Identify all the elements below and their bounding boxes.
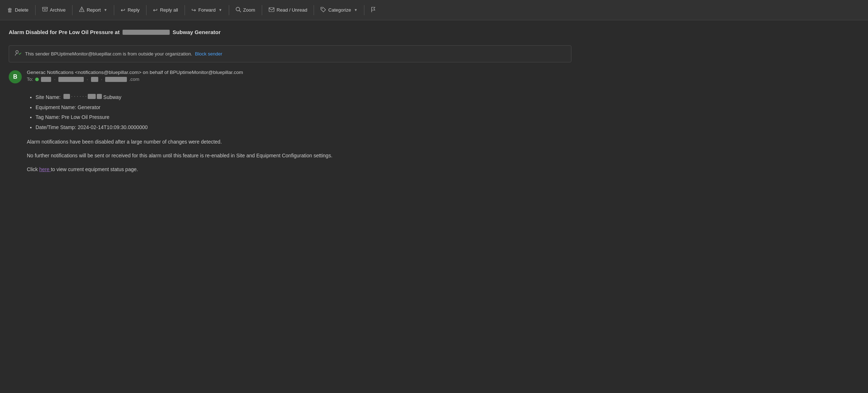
site-name-item: Site Name: · · · · · · Subway xyxy=(36,92,571,102)
site-name-suffix: Subway xyxy=(103,94,121,100)
separator-1 xyxy=(35,5,36,15)
archive-button[interactable]: Archive xyxy=(38,3,70,17)
report-label: Report xyxy=(87,7,101,13)
report-button[interactable]: Report ▼ xyxy=(75,3,112,17)
site-name-label: Site Name: xyxy=(36,94,61,100)
reply-icon: ↩ xyxy=(121,7,125,13)
sender-from-text: Generac Notifications <notifications@blu… xyxy=(27,70,243,75)
svg-point-2 xyxy=(82,11,82,11)
forward-dropdown-arrow: ▼ xyxy=(219,8,222,12)
security-banner: This sender BPUptimeMonitor@bluepillar.c… xyxy=(9,45,571,62)
tag-name-item: Tag Name: Pre Low Oil Pressure xyxy=(36,113,571,122)
sender-details: Generac Notifications <notifications@blu… xyxy=(27,70,243,82)
flag-icon xyxy=(371,7,376,13)
body-paragraph-3: Click here to view current equipment sta… xyxy=(27,165,571,174)
svg-point-8 xyxy=(16,51,18,53)
email-toolbar: 🗑 Delete Archive Report ▼ ↩ Reply xyxy=(0,0,868,20)
to-email-redacted-2 xyxy=(91,77,98,82)
email-body: Site Name: · · · · · · Subway Equipment … xyxy=(9,92,571,174)
archive-label: Archive xyxy=(50,7,66,13)
read-unread-label: Read / Unread xyxy=(277,7,307,13)
forward-label: Forward xyxy=(198,7,216,13)
subject-prefix: Alarm Disabled for Pre Low Oil Pressure … xyxy=(9,29,120,35)
paragraph-3-suffix: to view current equipment status page. xyxy=(51,166,138,172)
sender-section: B Generac Notifications <notifications@b… xyxy=(9,70,571,83)
report-dropdown-arrow: ▼ xyxy=(104,8,107,12)
security-icon xyxy=(14,49,21,58)
delete-button[interactable]: 🗑 Delete xyxy=(3,3,33,17)
security-banner-message: This sender BPUptimeMonitor@bluepillar.c… xyxy=(25,51,192,57)
svg-point-3 xyxy=(236,7,240,11)
flag-button[interactable] xyxy=(367,3,380,17)
categorize-dropdown-arrow: ▼ xyxy=(354,8,357,12)
read-unread-icon xyxy=(269,7,274,13)
delete-label: Delete xyxy=(15,7,29,13)
equipment-name-text: Equipment Name: Generator xyxy=(36,104,100,110)
svg-rect-5 xyxy=(269,8,274,12)
block-sender-link[interactable]: Block sender xyxy=(195,51,222,57)
here-link[interactable]: here xyxy=(39,166,51,172)
paragraph-1-text: Alarm notifications have been disabled a… xyxy=(27,139,222,145)
to-separator3: · xyxy=(101,76,103,82)
separator-2 xyxy=(72,5,73,15)
zoom-icon xyxy=(236,7,241,13)
sender-to: To: · · · .com xyxy=(27,76,243,82)
reply-all-label: Reply all xyxy=(160,7,178,13)
avatar-letter: B xyxy=(13,74,17,80)
categorize-label: Categorize xyxy=(328,7,351,13)
report-icon xyxy=(79,7,84,13)
to-email-redacted-3 xyxy=(105,77,127,82)
categorize-icon xyxy=(321,7,326,13)
tag-name-text: Tag Name: Pre Low Oil Pressure xyxy=(36,114,109,120)
email-subject: Alarm Disabled for Pre Low Oil Pressure … xyxy=(9,26,571,38)
datetime-text: Date/Time Stamp: 2024-02-14T10:09:30.000… xyxy=(36,124,148,130)
separator-4 xyxy=(146,5,146,15)
reply-label: Reply xyxy=(128,7,140,13)
paragraph-3-prefix: Click xyxy=(27,166,38,172)
to-label: To: xyxy=(27,76,33,82)
paragraph-2-text: No further notifications will be sent or… xyxy=(27,153,332,158)
zoom-label: Zoom xyxy=(243,7,255,13)
here-link-text: here xyxy=(39,166,49,172)
delete-icon: 🗑 xyxy=(7,7,13,13)
to-separator: · xyxy=(54,76,55,82)
equipment-name-item: Equipment Name: Generator xyxy=(36,103,571,112)
separator-9 xyxy=(364,5,364,15)
sender-from: Generac Notifications <notifications@blu… xyxy=(27,70,243,75)
forward-icon: ↪ xyxy=(191,7,196,13)
reply-button[interactable]: ↩ Reply xyxy=(116,3,144,17)
to-suffix: .com xyxy=(129,76,139,82)
body-paragraph-2: No further notifications will be sent or… xyxy=(27,152,571,160)
zoom-button[interactable]: Zoom xyxy=(231,3,260,17)
reply-all-icon: ↩ xyxy=(153,7,158,13)
datetime-item: Date/Time Stamp: 2024-02-14T10:09:30.000… xyxy=(36,123,571,132)
svg-line-4 xyxy=(239,11,241,12)
subject-redacted xyxy=(123,30,170,35)
to-email-redacted-1 xyxy=(58,77,84,82)
separator-5 xyxy=(185,5,185,15)
separator-6 xyxy=(229,5,229,15)
reply-all-button[interactable]: ↩ Reply all xyxy=(149,3,182,17)
sender-avatar: B xyxy=(9,70,22,83)
sender-status-dot xyxy=(35,78,39,81)
site-name-redacted-1 xyxy=(63,94,70,99)
subject-suffix: Subway Generator xyxy=(173,29,221,35)
separator-8 xyxy=(314,5,314,15)
body-list: Site Name: · · · · · · Subway Equipment … xyxy=(27,92,571,132)
site-name-redacted-3 xyxy=(97,94,102,99)
to-name-redacted xyxy=(41,77,51,82)
body-paragraph-1: Alarm notifications have been disabled a… xyxy=(27,138,571,146)
site-name-redacted-2 xyxy=(88,94,96,99)
read-unread-button[interactable]: Read / Unread xyxy=(264,3,312,17)
separator-3 xyxy=(114,5,114,15)
security-banner-text: This sender BPUptimeMonitor@bluepillar.c… xyxy=(25,51,222,57)
email-content: Alarm Disabled for Pre Low Oil Pressure … xyxy=(0,20,580,185)
categorize-button[interactable]: Categorize ▼ xyxy=(316,3,362,17)
svg-rect-0 xyxy=(42,7,47,8)
archive-icon xyxy=(42,7,48,13)
forward-button[interactable]: ↪ Forward ▼ xyxy=(187,3,227,17)
svg-point-6 xyxy=(322,8,323,9)
separator-7 xyxy=(262,5,262,15)
to-separator2: · xyxy=(87,76,88,82)
